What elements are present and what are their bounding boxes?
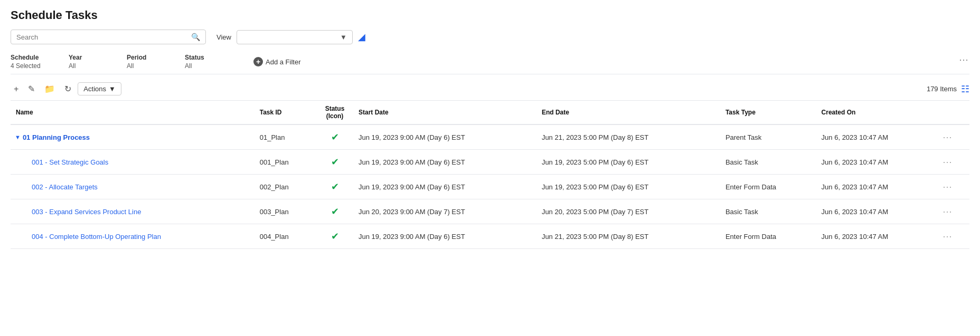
page-container: Schedule Tasks 🔍 View ▼ ◢ Schedule 4 Sel… bbox=[0, 0, 980, 257]
search-input[interactable] bbox=[16, 33, 189, 41]
filter-schedule[interactable]: Schedule 4 Selected bbox=[11, 54, 53, 70]
filter-row: Schedule 4 Selected Year All Period All … bbox=[11, 50, 969, 74]
name-cell: 004 - Complete Bottom-Up Operating Plan bbox=[32, 233, 249, 241]
td-task-type: Parent Task bbox=[720, 124, 816, 150]
td-created-on: Jun 6, 2023 10:47 AM bbox=[816, 150, 937, 175]
chevron-down-icon: ▼ bbox=[340, 33, 347, 41]
task-name-link[interactable]: 004 - Complete Bottom-Up Operating Plan bbox=[32, 233, 161, 241]
status-check-icon: ✔ bbox=[322, 206, 348, 217]
col-end-date: End Date bbox=[536, 101, 720, 124]
td-task-type: Enter Form Data bbox=[720, 224, 816, 249]
name-cell: 002 - Allocate Targets bbox=[32, 183, 249, 191]
filter-schedule-label: Schedule bbox=[11, 54, 53, 61]
col-created-on: Created On bbox=[816, 101, 937, 124]
filter-period-value: All bbox=[127, 62, 169, 70]
td-status: ✔ bbox=[316, 175, 353, 199]
task-name-link[interactable]: 003 - Expand Services Product Line bbox=[32, 208, 141, 216]
add-filter-label: Add a Filter bbox=[266, 58, 300, 66]
td-row-menu[interactable]: ⋯ bbox=[937, 224, 969, 249]
filter-icon[interactable]: ◢ bbox=[358, 31, 365, 43]
item-count-value: 179 Items bbox=[927, 85, 957, 93]
td-row-menu[interactable]: ⋯ bbox=[937, 124, 969, 150]
td-row-menu[interactable]: ⋯ bbox=[937, 175, 969, 199]
table-row: 002 - Allocate Targets 002_Plan ✔ Jun 19… bbox=[11, 175, 969, 199]
td-row-menu[interactable]: ⋯ bbox=[937, 199, 969, 224]
refresh-button[interactable]: ↻ bbox=[61, 82, 74, 96]
filter-year-value: All bbox=[69, 62, 111, 70]
td-task-type: Enter Form Data bbox=[720, 175, 816, 199]
filter-year-label: Year bbox=[69, 54, 111, 61]
td-start-date: Jun 20, 2023 9:00 AM (Day 7) EST bbox=[353, 199, 536, 224]
task-name-link[interactable]: 001 - Set Strategic Goals bbox=[32, 158, 108, 166]
filter-status-label: Status bbox=[185, 54, 227, 61]
td-end-date: Jun 21, 2023 5:00 PM (Day 8) EST bbox=[536, 224, 720, 249]
td-name: 001 - Set Strategic Goals bbox=[11, 150, 255, 175]
row-menu-icon[interactable]: ⋯ bbox=[943, 206, 953, 217]
filter-schedule-value: 4 Selected bbox=[11, 62, 53, 70]
table-row: 001 - Set Strategic Goals 001_Plan ✔ Jun… bbox=[11, 150, 969, 175]
status-check-icon: ✔ bbox=[322, 131, 348, 143]
td-start-date: Jun 19, 2023 9:00 AM (Day 6) EST bbox=[353, 224, 536, 249]
td-name: 004 - Complete Bottom-Up Operating Plan bbox=[11, 224, 255, 249]
table-header-row: Name Task ID Status(Icon) Start Date End… bbox=[11, 101, 969, 124]
row-menu-icon[interactable]: ⋯ bbox=[943, 231, 953, 242]
td-task-id: 002_Plan bbox=[255, 175, 316, 199]
add-button[interactable]: + bbox=[11, 82, 22, 96]
status-check-icon: ✔ bbox=[322, 231, 348, 242]
filter-period[interactable]: Period All bbox=[127, 54, 169, 70]
task-name-link[interactable]: 002 - Allocate Targets bbox=[32, 183, 98, 191]
search-icon: 🔍 bbox=[191, 33, 200, 41]
td-created-on: Jun 6, 2023 10:47 AM bbox=[816, 124, 937, 150]
td-status: ✔ bbox=[316, 124, 353, 150]
name-cell: 001 - Set Strategic Goals bbox=[32, 158, 249, 166]
edit-button[interactable]: ✎ bbox=[25, 82, 38, 96]
col-start-date: Start Date bbox=[353, 101, 536, 124]
td-task-type: Basic Task bbox=[720, 199, 816, 224]
td-row-menu[interactable]: ⋯ bbox=[937, 150, 969, 175]
td-end-date: Jun 19, 2023 5:00 PM (Day 6) EST bbox=[536, 175, 720, 199]
view-select[interactable]: ▼ bbox=[237, 30, 353, 44]
col-actions bbox=[937, 101, 969, 124]
td-task-type: Basic Task bbox=[720, 150, 816, 175]
task-name-link[interactable]: 01 Planning Process bbox=[23, 133, 90, 141]
name-cell: ▼01 Planning Process bbox=[15, 133, 249, 141]
folder-button[interactable]: 📁 bbox=[41, 82, 58, 96]
add-filter-button[interactable]: + Add a Filter bbox=[253, 57, 300, 66]
td-created-on: Jun 6, 2023 10:47 AM bbox=[816, 199, 937, 224]
filter-status-value: All bbox=[185, 62, 227, 70]
td-name: ▼01 Planning Process bbox=[11, 124, 255, 150]
row-menu-icon[interactable]: ⋯ bbox=[943, 157, 953, 167]
td-end-date: Jun 19, 2023 5:00 PM (Day 6) EST bbox=[536, 150, 720, 175]
more-options-button[interactable]: ⋯ bbox=[959, 54, 969, 65]
status-check-icon: ✔ bbox=[322, 181, 348, 193]
td-task-id: 01_Plan bbox=[255, 124, 316, 150]
expand-icon[interactable]: ▼ bbox=[15, 134, 21, 140]
page-title: Schedule Tasks bbox=[11, 8, 969, 22]
status-check-icon: ✔ bbox=[322, 156, 348, 168]
item-count: 179 Items ☷ bbox=[927, 83, 969, 95]
filter-year[interactable]: Year All bbox=[69, 54, 111, 70]
td-created-on: Jun 6, 2023 10:47 AM bbox=[816, 224, 937, 249]
td-task-id: 004_Plan bbox=[255, 224, 316, 249]
search-box[interactable]: 🔍 bbox=[11, 30, 206, 44]
tasks-table: Name Task ID Status(Icon) Start Date End… bbox=[11, 101, 969, 249]
filter-status[interactable]: Status All bbox=[185, 54, 227, 70]
grid-view-icon[interactable]: ☷ bbox=[961, 83, 969, 95]
td-end-date: Jun 21, 2023 5:00 PM (Day 8) EST bbox=[536, 124, 720, 150]
actions-chevron-icon: ▼ bbox=[109, 85, 116, 93]
td-start-date: Jun 19, 2023 9:00 AM (Day 6) EST bbox=[353, 175, 536, 199]
filter-period-label: Period bbox=[127, 54, 169, 61]
col-task-type: Task Type bbox=[720, 101, 816, 124]
td-start-date: Jun 19, 2023 9:00 AM (Day 6) EST bbox=[353, 150, 536, 175]
col-task-id: Task ID bbox=[255, 101, 316, 124]
toolbar: + ✎ 📁 ↻ Actions ▼ 179 Items ☷ bbox=[11, 79, 969, 101]
actions-label: Actions bbox=[83, 85, 106, 93]
row-menu-icon[interactable]: ⋯ bbox=[943, 132, 953, 142]
actions-button[interactable]: Actions ▼ bbox=[78, 82, 121, 95]
td-status: ✔ bbox=[316, 150, 353, 175]
td-status: ✔ bbox=[316, 199, 353, 224]
add-filter-icon: + bbox=[253, 57, 263, 66]
td-end-date: Jun 20, 2023 5:00 PM (Day 7) EST bbox=[536, 199, 720, 224]
row-menu-icon[interactable]: ⋯ bbox=[943, 181, 953, 192]
td-task-id: 003_Plan bbox=[255, 199, 316, 224]
